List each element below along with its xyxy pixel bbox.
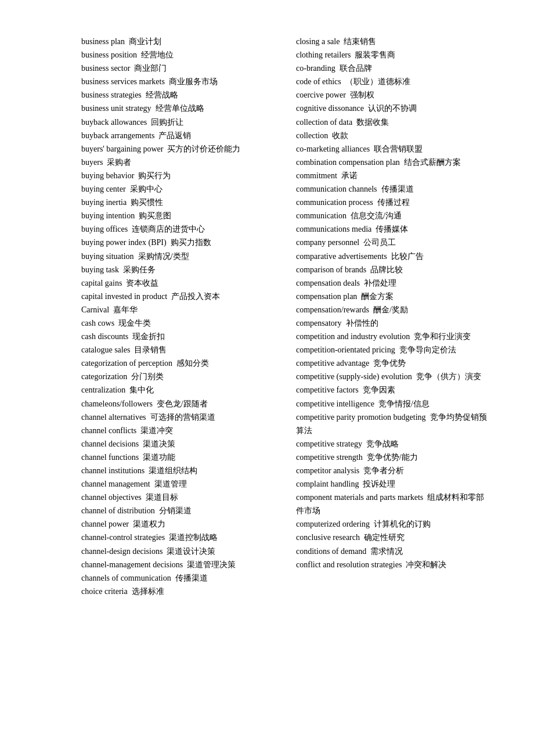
entry-en: business unit strategy [81, 104, 151, 113]
list-item: comparison of brands 品牌比较 [296, 263, 488, 276]
entry-en: choice criteria [81, 587, 128, 596]
entry-en: channel-control strategies [81, 533, 165, 542]
entry-en: communication process [296, 198, 373, 207]
entry-zh: 比较广告 [391, 252, 424, 261]
entry-zh: 现金牛类 [118, 319, 151, 327]
entry-zh: 渠道控制战略 [169, 533, 218, 542]
entry-zh: 联合营销联盟 [374, 145, 423, 153]
entry-en: conflict and resolution strategies [296, 560, 402, 569]
entry-zh: 竞争导向定价法 [399, 345, 456, 354]
right-column: closing a sale 结束销售clothing retailers 服装… [296, 35, 488, 598]
entry-zh: 感知分类 [176, 359, 209, 368]
entry-en: competitive (supply-side) evolution [296, 372, 412, 381]
list-item: compensation/rewards 酬金/奖励 [296, 303, 488, 316]
entry-zh: 数据收集 [356, 118, 389, 127]
entry-en: buying power index (BPI) [81, 238, 167, 247]
list-item: conditions of demand 需求情况 [296, 545, 488, 558]
entry-en: buying center [81, 185, 126, 193]
entry-en: collection of data [296, 118, 352, 127]
entry-en: channel objectives [81, 493, 142, 502]
list-item: buying center 采购中心 [81, 182, 273, 196]
entry-en: complaint handling [296, 480, 359, 488]
list-item: competitive intelligence 竞争情报/信息 [296, 397, 488, 411]
list-item: buyback allowances 回购折让 [81, 116, 273, 129]
entry-zh: 结合式薪酬方案 [404, 158, 461, 167]
list-item: communication channels 传播渠道 [296, 182, 488, 196]
entry-en: combination compensation plan [296, 158, 400, 167]
entry-zh: 酬金/奖励 [373, 305, 408, 314]
entry-en: channel decisions [81, 440, 139, 448]
entry-zh: 酬金方案 [361, 292, 394, 301]
entry-en: Carnival [81, 305, 109, 314]
entry-en: co-marketing alliances [296, 145, 370, 153]
list-item: competition and industry evolution 竞争和行业… [296, 330, 488, 343]
entry-en: buyback allowances [81, 118, 147, 127]
list-item: co-marketing alliances 联合营销联盟 [296, 142, 488, 156]
list-item: communication process 传播过程 [296, 196, 488, 209]
entry-en: channel-design decisions [81, 547, 163, 556]
entry-en: closing a sale [296, 37, 340, 46]
list-item: competition-orientated pricing 竞争导向定价法 [296, 343, 488, 357]
entry-zh: 集中化 [129, 386, 154, 394]
entry-zh: 承诺 [341, 171, 358, 180]
entry-zh: 嘉年华 [113, 305, 138, 314]
entry-zh: 公司员工 [363, 238, 396, 247]
entry-zh: 需求情况 [370, 547, 403, 556]
list-item: closing a sale 结束销售 [296, 35, 488, 48]
entry-en: buyers' bargaining power [81, 145, 163, 153]
entry-zh: 渠道目标 [146, 493, 178, 502]
list-item: competitive strength 竞争优势/能力 [296, 451, 488, 464]
entry-zh: 竞争（供方）演变 [416, 372, 481, 381]
entry-en: channel of distribution [81, 506, 155, 515]
entry-en: cognitive dissonance [296, 104, 364, 113]
entry-en: coercive power [296, 91, 346, 99]
entry-zh: 回购折让 [151, 118, 183, 127]
entry-en: competitive advantage [296, 359, 369, 368]
entry-en: competitive strength [296, 453, 363, 462]
entry-en: chameleons/followers [81, 399, 153, 408]
entry-zh: 补偿性的 [346, 319, 378, 327]
list-item: choice criteria 选择标准 [81, 585, 273, 598]
entry-en: competitive parity promotion budgeting [296, 413, 426, 422]
list-item: commitment 承诺 [296, 169, 488, 182]
list-item: competitive factors 竞争因素 [296, 383, 488, 397]
list-item: code of ethics （职业）道德标准 [296, 75, 488, 88]
list-item: clothing retailers 服装零售商 [296, 48, 488, 62]
entry-zh: 连锁商店的进货中心 [132, 225, 205, 233]
entry-en: business position [81, 51, 137, 59]
entry-zh: 资本收益 [126, 279, 158, 287]
entry-en: competitive factors [296, 386, 359, 394]
entry-zh: 分销渠道 [159, 506, 192, 515]
entry-en: conclusive research [296, 533, 360, 542]
entry-zh: 渠道管理 [154, 480, 187, 488]
list-item: cash cows 现金牛类 [81, 316, 273, 330]
entry-zh: 现金折扣 [132, 332, 165, 341]
entry-en: compensation deals [296, 279, 360, 287]
list-item: capital gains 资本收益 [81, 276, 273, 290]
entry-zh: 认识的不协调 [368, 104, 417, 113]
entry-zh: 渠道功能 [143, 453, 175, 462]
entry-zh: 服装零售商 [355, 51, 395, 59]
entry-en: channel power [81, 520, 129, 528]
entry-en: capital gains [81, 279, 122, 287]
entry-zh: 竞争优势 [373, 359, 406, 368]
list-item: buying inertia 购买惯性 [81, 196, 273, 209]
entry-en: co-branding [296, 64, 335, 73]
list-item: collection of data 数据收集 [296, 116, 488, 129]
list-item: channel institutions 渠道组织结构 [81, 464, 273, 477]
list-item: buying situation 采购情况/类型 [81, 250, 273, 263]
list-item: channel-design decisions 渠道设计决策 [81, 545, 273, 558]
entry-zh: 强制权 [350, 91, 374, 99]
entry-zh: 购买惯性 [131, 198, 163, 207]
entry-en: communications media [296, 225, 371, 233]
list-item: business plan 商业计划 [81, 35, 273, 48]
entry-en: channel conflicts [81, 426, 136, 435]
entry-en: catalogue sales [81, 345, 130, 354]
entry-zh: 变色龙/跟随者 [157, 399, 208, 408]
entry-en: commitment [296, 171, 337, 180]
entry-en: communication channels [296, 185, 377, 193]
entry-en: cash cows [81, 319, 114, 327]
entry-en: comparative advertisements [296, 252, 387, 261]
entry-zh: 购买力指数 [171, 238, 211, 247]
list-item: cognitive dissonance 认识的不协调 [296, 102, 488, 115]
